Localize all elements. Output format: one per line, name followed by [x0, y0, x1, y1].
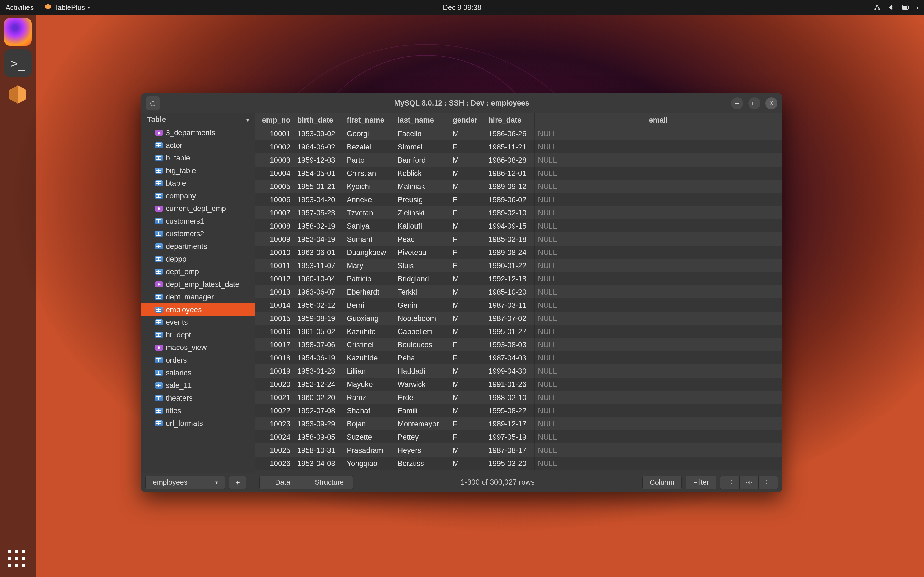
cell-emp_no[interactable]: 10018: [255, 351, 294, 364]
cell-last_name[interactable]: Heyers: [394, 443, 449, 457]
sidebar-item-dept_manager[interactable]: dept_manager: [141, 291, 255, 303]
cell-emp_no[interactable]: 10004: [255, 166, 294, 180]
cell-gender[interactable]: F: [449, 246, 485, 259]
cell-hire_date[interactable]: 1995-08-22: [485, 404, 535, 417]
grid-header[interactable]: emp_nobirth_datefirst_namelast_namegende…: [255, 113, 782, 127]
table-row[interactable]: 100071957-05-23TzvetanZielinskiF1989-02-…: [255, 206, 782, 219]
cell-last_name[interactable]: Nooteboom: [394, 311, 449, 325]
cell-emp_no[interactable]: 10012: [255, 272, 294, 285]
cell-gender[interactable]: F: [449, 430, 485, 443]
table-row[interactable]: 100171958-07-06CristinelBouloucosF1993-0…: [255, 338, 782, 351]
prev-page-button[interactable]: 〈: [720, 476, 740, 489]
cell-gender[interactable]: M: [449, 391, 485, 404]
cell-birth_date[interactable]: 1958-02-19: [294, 219, 344, 232]
cell-last_name[interactable]: Preusig: [394, 193, 449, 206]
table-row[interactable]: 100091952-04-19SumantPeacF1985-02-18NULL: [255, 232, 782, 246]
cell-last_name[interactable]: Famili: [394, 404, 449, 417]
cell-first_name[interactable]: Bojan: [344, 417, 394, 430]
column-header-first_name[interactable]: first_name: [344, 113, 394, 127]
table-row[interactable]: 100031959-12-03PartoBamfordM1986-08-28NU…: [255, 153, 782, 166]
close-button[interactable]: ✕: [765, 97, 777, 110]
cell-emp_no[interactable]: 10015: [255, 311, 294, 325]
show-applications-button[interactable]: [8, 550, 29, 571]
sidebar-item-departments[interactable]: departments: [141, 240, 255, 253]
cell-first_name[interactable]: Anneke: [344, 193, 394, 206]
sidebar-item-theaters[interactable]: theaters: [141, 392, 255, 405]
cell-birth_date[interactable]: 1952-04-19: [294, 232, 344, 246]
sidebar-item-b_table[interactable]: b_table: [141, 152, 255, 164]
sidebar-item-customers1[interactable]: customers1: [141, 215, 255, 227]
cell-gender[interactable]: F: [449, 259, 485, 272]
sidebar-item-big_table[interactable]: big_table: [141, 164, 255, 177]
cell-last_name[interactable]: Zielinski: [394, 206, 449, 219]
cell-birth_date[interactable]: 1955-01-21: [294, 180, 344, 193]
cell-email[interactable]: NULL: [535, 377, 782, 391]
cell-first_name[interactable]: Parto: [344, 153, 394, 166]
tab-data[interactable]: Data: [259, 476, 306, 489]
cell-hire_date[interactable]: 1989-12-17: [485, 417, 535, 430]
cell-last_name[interactable]: Cappelletti: [394, 325, 449, 338]
cell-hire_date[interactable]: 1999-04-30: [485, 364, 535, 377]
cell-emp_no[interactable]: 10019: [255, 364, 294, 377]
column-button[interactable]: Column: [642, 476, 682, 489]
column-header-birth_date[interactable]: birth_date: [294, 113, 344, 127]
cell-hire_date[interactable]: 1995-03-20: [485, 457, 535, 470]
cell-last_name[interactable]: Peac: [394, 232, 449, 246]
cell-first_name[interactable]: Tzvetan: [344, 206, 394, 219]
cell-gender[interactable]: F: [449, 140, 485, 153]
add-button[interactable]: ＋: [229, 476, 246, 489]
cell-gender[interactable]: M: [449, 404, 485, 417]
cell-last_name[interactable]: Kalloufi: [394, 219, 449, 232]
sidebar-item-dept_emp[interactable]: dept_emp: [141, 266, 255, 278]
cell-email[interactable]: NULL: [535, 351, 782, 364]
cell-emp_no[interactable]: 10020: [255, 377, 294, 391]
table-row[interactable]: 100221952-07-08ShahafFamiliM1995-08-22NU…: [255, 404, 782, 417]
settings-button[interactable]: [740, 476, 759, 489]
next-page-button[interactable]: 〉: [759, 476, 778, 489]
cell-email[interactable]: NULL: [535, 298, 782, 311]
cell-emp_no[interactable]: 10010: [255, 246, 294, 259]
cell-first_name[interactable]: Sumant: [344, 232, 394, 246]
sidebar-item-macos_view[interactable]: macos_view: [141, 341, 255, 354]
cell-hire_date[interactable]: 1987-08-17: [485, 443, 535, 457]
column-header-gender[interactable]: gender: [449, 113, 485, 127]
cell-hire_date[interactable]: 1989-02-10: [485, 206, 535, 219]
cell-first_name[interactable]: Prasadram: [344, 443, 394, 457]
cell-emp_no[interactable]: 10002: [255, 140, 294, 153]
cell-birth_date[interactable]: 1952-12-24: [294, 377, 344, 391]
cell-email[interactable]: NULL: [535, 338, 782, 351]
cell-hire_date[interactable]: 1986-12-01: [485, 166, 535, 180]
cell-last_name[interactable]: Erde: [394, 391, 449, 404]
cell-last_name[interactable]: Pettey: [394, 430, 449, 443]
sidebar-item-salaries[interactable]: salaries: [141, 366, 255, 379]
cell-gender[interactable]: M: [449, 311, 485, 325]
cell-gender[interactable]: M: [449, 272, 485, 285]
cell-first_name[interactable]: Cristinel: [344, 338, 394, 351]
cell-first_name[interactable]: Chirstian: [344, 166, 394, 180]
table-row[interactable]: 100251958-10-31PrasadramHeyersM1987-08-1…: [255, 443, 782, 457]
grid-body[interactable]: 100011953-09-02GeorgiFacelloM1986-06-26N…: [255, 127, 782, 472]
cell-gender[interactable]: M: [449, 219, 485, 232]
cell-first_name[interactable]: Georgi: [344, 127, 394, 140]
cell-last_name[interactable]: Facello: [394, 127, 449, 140]
appmenu-button[interactable]: TablePlus ▾: [45, 3, 90, 12]
cell-emp_no[interactable]: 10005: [255, 180, 294, 193]
cell-gender[interactable]: M: [449, 127, 485, 140]
cell-email[interactable]: NULL: [535, 430, 782, 443]
cell-emp_no[interactable]: 10022: [255, 404, 294, 417]
cell-last_name[interactable]: Maliniak: [394, 180, 449, 193]
column-header-last_name[interactable]: last_name: [394, 113, 449, 127]
sidebar-item-url_formats[interactable]: url_formats: [141, 417, 255, 430]
table-row[interactable]: 100201952-12-24MayukoWarwickM1991-01-26N…: [255, 377, 782, 391]
cell-email[interactable]: NULL: [535, 272, 782, 285]
cell-birth_date[interactable]: 1953-04-20: [294, 193, 344, 206]
status-area[interactable]: ▾: [873, 3, 924, 11]
sidebar-item-titles[interactable]: titles: [141, 405, 255, 417]
cell-email[interactable]: NULL: [535, 404, 782, 417]
cell-first_name[interactable]: Saniya: [344, 219, 394, 232]
cell-hire_date[interactable]: 1987-04-03: [485, 351, 535, 364]
cell-last_name[interactable]: Piveteau: [394, 246, 449, 259]
cell-birth_date[interactable]: 1956-02-12: [294, 298, 344, 311]
sidebar-item-orders[interactable]: orders: [141, 354, 255, 366]
sidebar-item-events[interactable]: events: [141, 316, 255, 329]
